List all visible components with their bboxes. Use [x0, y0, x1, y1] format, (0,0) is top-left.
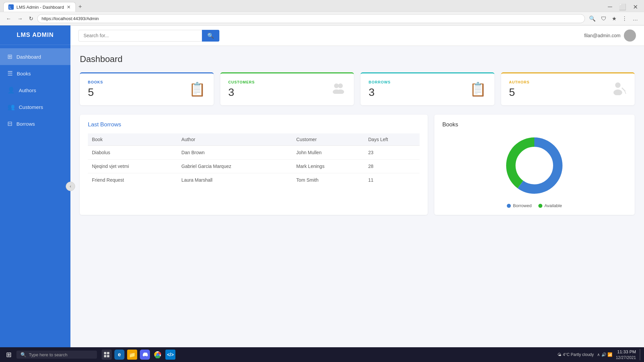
- taskbar-time-value: 11:33 PM: [616, 349, 636, 355]
- browser-tabs: L LMS Admin - Dashboard ✕ + ─ ⬜ ✕: [0, 0, 644, 12]
- svg-point-4: [334, 83, 339, 88]
- search-button[interactable]: 🔍: [202, 30, 219, 42]
- system-tray-icons: ∧ 🔊 📶: [597, 352, 612, 357]
- dashboard-icon: ⊞: [7, 53, 12, 60]
- sidebar-item-dashboard-label: Dashboard: [16, 54, 41, 60]
- taskbar-show-desktop[interactable]: [639, 349, 641, 360]
- sidebar-item-customers[interactable]: 👥 Customers: [0, 99, 70, 115]
- minimize-button[interactable]: ─: [605, 3, 615, 11]
- sidebar-item-borrows-label: Borrows: [16, 121, 35, 127]
- taskbar-vscode-icon[interactable]: </>: [165, 350, 175, 360]
- stat-card-authors[interactable]: AUTHORS 5: [501, 72, 635, 105]
- cell-days-left: 23: [364, 146, 420, 160]
- svg-text:L: L: [9, 5, 11, 9]
- stat-card-customers[interactable]: CUSTOMERS 3: [220, 72, 354, 105]
- stats-row: BOOKS 5 📋 CUSTOMERS 3: [80, 72, 635, 105]
- svg-point-8: [615, 82, 621, 88]
- sidebar-item-dashboard[interactable]: ⊞ Dashboard: [0, 48, 70, 65]
- svg-rect-16: [104, 355, 106, 357]
- sidebar-item-authors-label: Authors: [19, 87, 36, 93]
- stat-card-books[interactable]: BOOKS 5 📋: [80, 72, 214, 105]
- favicon: L: [8, 4, 14, 10]
- topbar: 🔍 filan@admin.com: [70, 25, 644, 46]
- col-customer: Customer: [292, 133, 364, 146]
- browser-menu-button[interactable]: ⋮: [620, 14, 629, 23]
- cell-author: Gabriel Garcia Marquez: [177, 160, 292, 173]
- more-button[interactable]: …: [631, 14, 640, 23]
- stat-label-authors: AUTHORS: [509, 80, 530, 84]
- taskbar-task-view[interactable]: [102, 350, 112, 360]
- svg-point-3: [627, 37, 633, 40]
- donut-chart: [501, 132, 568, 199]
- refresh-button[interactable]: ↻: [27, 14, 35, 23]
- browser-chrome: L LMS Admin - Dashboard ✕ + ─ ⬜ ✕ ← → ↻ …: [0, 0, 644, 25]
- sidebar-item-borrows[interactable]: ⊟ Borrows: [0, 115, 70, 132]
- legend-label-borrowed: Borrowed: [513, 203, 532, 208]
- close-button[interactable]: ✕: [630, 3, 641, 11]
- main-content: 🔍 filan@admin.com Dashboard BOOKS: [70, 25, 644, 347]
- dashboard-body: Dashboard BOOKS 5 📋 CUSTOMERS 3: [70, 46, 644, 347]
- svg-point-5: [338, 83, 343, 88]
- cell-customer: John Mullen: [292, 146, 364, 160]
- sidebar-item-customers-label: Customers: [19, 104, 43, 110]
- stat-info-customers: CUSTOMERS 3: [228, 80, 255, 99]
- books-chart-card: Books Borrowed: [434, 115, 635, 215]
- borrows-card: Last Borrows Book Author Customer Days L…: [80, 115, 428, 215]
- search-icon-btn[interactable]: 🔍: [587, 14, 598, 23]
- taskbar-search[interactable]: 🔍 Type here to search: [16, 351, 97, 359]
- legend-available: Available: [538, 203, 562, 208]
- col-book: Book: [88, 133, 177, 146]
- tab-close-button[interactable]: ✕: [67, 4, 71, 10]
- stat-info-borrows: BORROWS 3: [369, 80, 391, 99]
- authors-stat-icon: [612, 80, 627, 98]
- taskbar-chrome-icon[interactable]: [153, 350, 163, 360]
- legend-borrowed: Borrowed: [507, 203, 532, 208]
- sidebar-item-books[interactable]: ☰ Books: [0, 65, 70, 82]
- stat-card-borrows[interactable]: BORROWS 3 📋: [361, 72, 494, 105]
- taskbar-edge-icon[interactable]: e: [114, 350, 124, 360]
- stat-value-authors: 5: [509, 86, 530, 99]
- cell-customer: Tom Smith: [292, 173, 364, 187]
- extensions-button[interactable]: 🛡: [599, 14, 608, 23]
- cell-days-left: 28: [364, 160, 420, 173]
- table-row: Njeqind vjet vetmi Gabriel Garcia Marque…: [88, 160, 420, 173]
- forward-button[interactable]: →: [15, 14, 25, 23]
- favorites-button[interactable]: ★: [610, 14, 619, 23]
- stat-value-books: 5: [88, 86, 103, 99]
- active-tab[interactable]: L LMS Admin - Dashboard ✕: [3, 2, 76, 12]
- system-tray: ∧ 🔊 📶: [597, 352, 612, 357]
- borrows-icon: ⊟: [7, 120, 12, 127]
- borrows-table: Book Author Customer Days Left Diabolus …: [88, 133, 420, 187]
- restore-button[interactable]: ⬜: [616, 3, 629, 11]
- lower-row: Last Borrows Book Author Customer Days L…: [80, 115, 635, 215]
- back-button[interactable]: ←: [4, 14, 13, 23]
- app-wrapper: LMS ADMIN ⊞ Dashboard ☰ Books 👤 Authors …: [0, 25, 644, 347]
- taskbar-icons: e 📁 </>: [102, 350, 175, 360]
- taskbar-files-icon[interactable]: 📁: [127, 350, 137, 360]
- taskbar-discord-icon[interactable]: [140, 350, 150, 360]
- search-input[interactable]: [78, 30, 202, 42]
- borrows-card-title: Last Borrows: [88, 121, 420, 128]
- legend-dot-borrowed: [507, 204, 511, 208]
- stat-label-books: BOOKS: [88, 80, 103, 84]
- cell-book: Njeqind vjet vetmi: [88, 160, 177, 173]
- avatar: [624, 29, 636, 42]
- url-bar[interactable]: [37, 14, 585, 23]
- taskbar-date-value: 12/27/2021: [616, 355, 636, 361]
- sidebar: LMS ADMIN ⊞ Dashboard ☰ Books 👤 Authors …: [0, 25, 70, 347]
- sidebar-collapse-button[interactable]: ‹: [66, 182, 75, 191]
- borrows-stat-icon: 📋: [470, 81, 486, 97]
- stat-info-books: BOOKS 5: [88, 80, 103, 99]
- start-button[interactable]: ⊞: [3, 349, 14, 360]
- cell-author: Laura Marshall: [177, 173, 292, 187]
- new-tab-button[interactable]: +: [76, 3, 85, 10]
- col-days-left: Days Left: [364, 133, 420, 146]
- table-row: Diabolus Dan Brown John Mullen 23: [88, 146, 420, 160]
- sidebar-item-authors[interactable]: 👤 Authors: [0, 82, 70, 99]
- weather-text: 4°C Partly cloudy: [563, 352, 594, 357]
- books-icon: ☰: [7, 70, 13, 77]
- col-author: Author: [177, 133, 292, 146]
- taskbar-search-text: Type here to search: [29, 352, 67, 357]
- svg-rect-17: [107, 355, 109, 357]
- taskbar: ⊞ 🔍 Type here to search e 📁: [0, 347, 644, 362]
